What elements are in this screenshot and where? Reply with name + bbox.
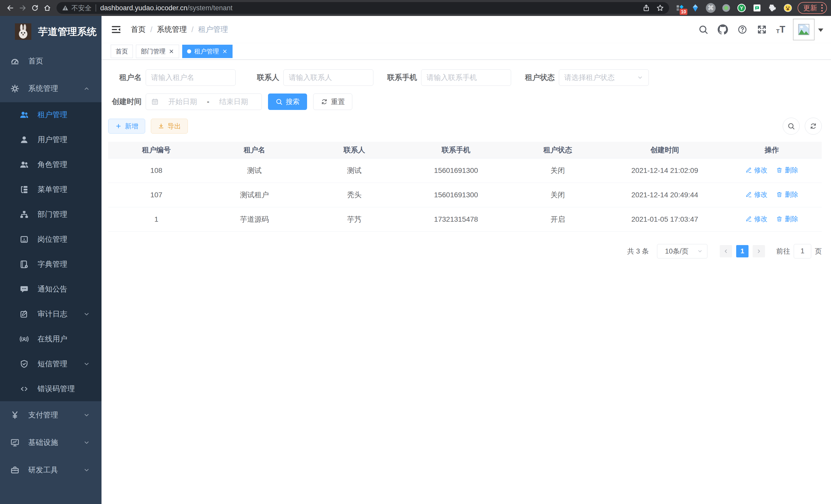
mobile-label: 联系手机 xyxy=(384,72,421,83)
extension-workspaces-icon[interactable]: 10 xyxy=(674,2,686,14)
sidebar-item-dict[interactable]: 字典管理 xyxy=(0,252,102,277)
mobile-input[interactable] xyxy=(421,69,511,86)
close-icon[interactable] xyxy=(169,49,174,54)
tag-tab-dept[interactable]: 部门管理 xyxy=(136,45,179,58)
tag-tab-home[interactable]: 首页 xyxy=(111,45,133,58)
sidebar-collapse-icon[interactable] xyxy=(111,24,121,35)
page-number-button[interactable]: 1 xyxy=(736,245,748,258)
breadcrumb-home[interactable]: 首页 xyxy=(131,24,146,35)
sidebar-item-user[interactable]: 用户管理 xyxy=(0,127,102,152)
sidebar-item-online-user[interactable]: 在线用户 xyxy=(0,326,102,351)
sidebar-item-pay[interactable]: 支付管理 xyxy=(0,401,102,429)
goto-page-input[interactable] xyxy=(794,244,811,259)
trash-icon xyxy=(776,167,783,173)
sidebar-item-tenant[interactable]: 租户管理 xyxy=(0,102,102,127)
chevron-down-icon xyxy=(83,412,90,419)
url-bar[interactable]: 不安全 dashboard.yudao.iocoder.cn/system/te… xyxy=(57,2,669,14)
tenant-name-input[interactable] xyxy=(146,69,236,86)
app-logo: 芋道管理系统 xyxy=(0,16,102,47)
roles-icon xyxy=(20,160,29,169)
sidebar-item-devtool[interactable]: 研发工具 xyxy=(0,456,102,484)
page-size-select[interactable]: 10条/页 xyxy=(657,244,708,259)
fullscreen-icon[interactable] xyxy=(757,24,767,35)
end-date-placeholder[interactable]: 结束日期 xyxy=(211,97,256,107)
sidebar-item-sms[interactable]: 短信管理 xyxy=(0,351,102,376)
refresh-table-button[interactable] xyxy=(805,118,822,135)
toolbox-icon xyxy=(10,466,20,475)
extensions-puzzle-button[interactable] xyxy=(766,2,779,14)
prev-page-button[interactable] xyxy=(720,245,732,258)
contact-input[interactable] xyxy=(283,69,373,86)
sidebar-item-role[interactable]: 角色管理 xyxy=(0,152,102,177)
page-content: 租户名 联系人 联系手机 租户状态 请选择租户状态 xyxy=(102,60,831,504)
toggle-search-button[interactable] xyxy=(783,118,800,135)
extension-y-icon[interactable] xyxy=(735,2,748,14)
sidebar-item-audit-log[interactable]: 审计日志 xyxy=(0,302,102,326)
add-button[interactable]: 新增 xyxy=(108,119,145,134)
y-logo-icon xyxy=(737,4,746,12)
sidebar-item-infra[interactable]: 基础设施 xyxy=(0,429,102,456)
emoji-face-icon xyxy=(783,4,792,12)
cell-created: 2021-01-05 17:03:47 xyxy=(608,207,722,232)
edit-link[interactable]: 修改 xyxy=(745,190,768,199)
search-icon xyxy=(276,98,283,105)
sidebar-item-error-code[interactable]: 错误码管理 xyxy=(0,376,102,401)
security-label[interactable]: 不安全 xyxy=(71,4,91,12)
date-range-picker[interactable]: 开始日期 - 结束日期 xyxy=(146,93,262,110)
breadcrumb-system[interactable]: 系统管理 xyxy=(157,24,187,35)
main-area: 首页 / 系统管理 / 租户管理 TT 首页 xyxy=(102,16,831,504)
browser-reload-button[interactable] xyxy=(29,2,41,14)
profile-avatar-icon[interactable] xyxy=(781,2,794,14)
help-icon[interactable] xyxy=(737,24,747,35)
next-page-button[interactable] xyxy=(753,245,765,258)
github-icon[interactable] xyxy=(718,24,728,35)
font-size-icon[interactable]: TT xyxy=(776,25,785,34)
browser-forward-button[interactable] xyxy=(17,2,29,14)
filter-row-2: 创建时间 开始日期 - 结束日期 搜索 重置 xyxy=(108,93,822,110)
sidebar-item-post[interactable]: 岗位管理 xyxy=(0,227,102,252)
edit-link[interactable]: 修改 xyxy=(745,166,768,175)
export-button[interactable]: 导出 xyxy=(151,119,188,134)
extension-command-icon[interactable]: ⌘ xyxy=(704,2,717,14)
sidebar-item-system[interactable]: 系统管理 xyxy=(0,75,102,102)
browser-back-button[interactable] xyxy=(4,2,17,14)
browser-menu-dots-icon[interactable] xyxy=(821,4,823,11)
status-select[interactable]: 请选择租户状态 xyxy=(559,69,649,86)
extension-recorder-icon[interactable] xyxy=(720,2,733,14)
search-button[interactable]: 搜索 xyxy=(268,93,307,110)
tenant-users-icon xyxy=(20,110,29,119)
edit-link[interactable]: 修改 xyxy=(745,214,768,224)
header-search-icon[interactable] xyxy=(698,24,709,35)
close-icon[interactable] xyxy=(222,49,228,54)
sidebar-item-menu[interactable]: 菜单管理 xyxy=(0,177,102,202)
share-icon[interactable] xyxy=(642,4,650,12)
browser-home-button[interactable] xyxy=(41,2,53,14)
table-row: 107 测试租户 秃头 15601691300 关闭 2021-12-14 20… xyxy=(108,183,822,207)
download-icon xyxy=(158,123,165,129)
contact-label: 联系人 xyxy=(246,72,283,83)
url-host: dashboard.yudao.iocoder.cn xyxy=(100,4,187,12)
start-date-placeholder[interactable]: 开始日期 xyxy=(160,97,205,107)
chevron-down-icon xyxy=(637,74,643,81)
reset-button[interactable]: 重置 xyxy=(313,93,352,110)
avatar-dropdown-caret-icon[interactable] xyxy=(818,29,823,34)
chevron-down-icon xyxy=(83,467,90,474)
home-icon xyxy=(44,4,51,12)
user-avatar[interactable] xyxy=(793,19,814,40)
chevron-down-icon xyxy=(83,439,90,446)
sidebar-item-notice[interactable]: 通知公告 xyxy=(0,277,102,302)
extension-kite-icon[interactable] xyxy=(689,2,702,14)
tag-tab-tenant[interactable]: 租户管理 xyxy=(182,45,233,58)
extension-chat-icon[interactable] xyxy=(751,2,764,14)
sidebar: 芋道管理系统 首页 系统管理 租户管理 用户管理 xyxy=(0,16,102,504)
bookmark-star-icon[interactable] xyxy=(656,4,664,12)
dict-icon xyxy=(20,260,29,269)
sidebar-item-home[interactable]: 首页 xyxy=(0,47,102,75)
delete-link[interactable]: 删除 xyxy=(776,214,798,224)
browser-update-button[interactable]: 更新 xyxy=(798,2,827,14)
delete-link[interactable]: 删除 xyxy=(776,166,798,175)
url-text[interactable]: dashboard.yudao.iocoder.cn/system/tenant xyxy=(100,4,233,12)
delete-link[interactable]: 删除 xyxy=(776,190,798,199)
sidebar-item-dept[interactable]: 部门管理 xyxy=(0,202,102,227)
audit-log-icon xyxy=(20,309,29,319)
